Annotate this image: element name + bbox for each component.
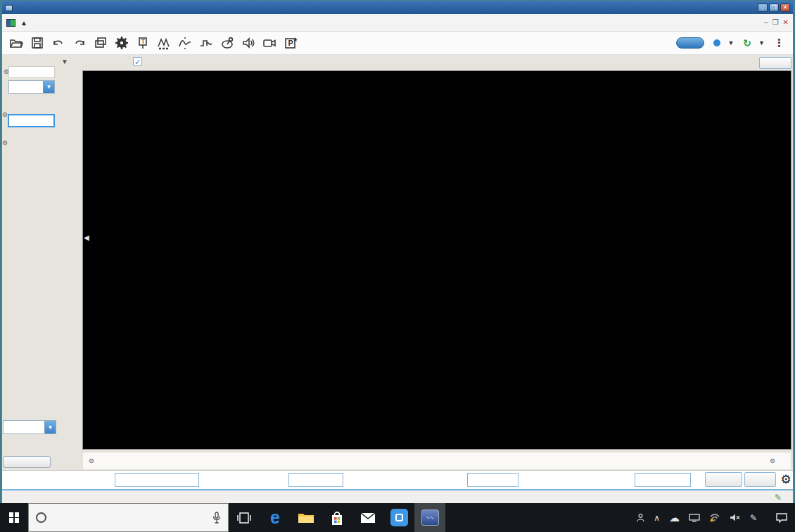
markers-button[interactable] [705,472,742,487]
mdi-close-icon[interactable]: ✕ [783,18,789,27]
redo-icon[interactable] [70,33,89,53]
pulse-wave-icon[interactable] [196,33,216,53]
dpx-peaks-icon[interactable] [154,33,174,53]
edge-icon[interactable]: e [260,503,291,532]
view-dropdown-arrow-icon[interactable]: ▼ [44,421,56,433]
pen-icon[interactable]: ✎ [750,514,757,522]
autoscale-button[interactable] [3,456,51,468]
status-pen-icon: ✎ [775,493,782,502]
trace-markers-icon[interactable] [175,33,195,53]
file-explorer-icon[interactable] [291,503,322,532]
mdi-minimize-icon[interactable]: – [764,18,768,27]
menu-connect[interactable] [117,20,132,25]
chevron-up-icon[interactable]: ∧ [654,514,660,522]
marker-tag-icon[interactable]: T [133,33,153,53]
store-icon[interactable] [322,503,352,532]
preset-p-icon[interactable]: P [281,33,300,53]
show-checkbox[interactable]: ✓ [133,57,142,66]
minimize-button[interactable]: – [758,4,768,12]
y-axis [57,71,81,449]
action-center-icon[interactable] [775,512,788,523]
restore-button[interactable]: ❐ [769,4,779,12]
menu-presets[interactable] [89,20,103,25]
wifi-warning-icon[interactable] [709,513,720,522]
ref-level-field[interactable] [8,66,55,78]
stop-control[interactable]: ↻ ▼ [743,39,765,47]
unit-dropdown-arrow-icon[interactable]: ▼ [43,81,54,93]
desktop: – ❐ ✕ ▲ – ❐ [0,0,795,532]
rbw-gear-icon[interactable]: ⚙ [2,139,8,146]
main-toolbar: T P ▼ ↻ ▼ ⋮ [2,32,793,55]
menu-tools[interactable] [103,20,117,25]
db-div-field[interactable] [8,114,55,127]
clear-button[interactable] [759,57,791,69]
ref-lev-field[interactable] [288,473,343,487]
search-input[interactable] [53,512,193,524]
cf-span-row: ⚙ ⚙ [82,452,791,470]
replay-dot-icon [713,39,720,46]
traces-button[interactable] [744,472,776,487]
microphone-icon[interactable] [212,512,221,524]
signalvu-window: – ❐ ✕ ▲ – ❐ [1,1,794,503]
menu-view[interactable] [47,20,61,25]
speaker-icon[interactable] [238,33,258,53]
mdi-child-icon [6,19,15,27]
open-icon[interactable] [6,33,26,53]
stop-chevron-down-icon[interactable]: ▼ [758,39,765,46]
undo-icon[interactable] [49,33,68,53]
menu-bar: ▲ – ❐ ✕ [2,14,793,32]
mdi-restore-icon[interactable]: ❐ [772,18,779,27]
windows-taskbar: e ∿∿ ∧ ☁ ✎ [0,503,795,532]
svg-text:T: T [141,38,145,45]
task-view-icon[interactable] [229,503,260,532]
blue-app-icon[interactable] [383,503,414,532]
span-gear-icon[interactable]: ⚙ [770,457,775,464]
user-icon[interactable] [637,514,644,522]
status-bar [2,489,793,504]
save-icon[interactable] [27,33,47,53]
preset-button[interactable] [676,37,704,49]
settings-gear-icon[interactable] [112,33,132,53]
menu-setup[interactable] [75,20,89,25]
mail-icon[interactable] [352,503,383,532]
system-tray: ∧ ☁ ✎ [637,512,795,523]
eject-icon[interactable]: ▲ [20,19,27,27]
menu-markers[interactable] [61,20,75,25]
displays-icon[interactable] [91,33,110,53]
device-icon[interactable] [689,514,700,522]
span-field[interactable] [467,473,519,487]
settings-gear-button[interactable]: ⚙ [778,472,794,487]
unit-dropdown[interactable]: ▼ [8,80,55,94]
close-button[interactable]: ✕ [780,4,790,12]
analyzer-icon[interactable] [217,33,237,53]
cf-gear-icon[interactable]: ⚙ [89,457,94,464]
cortana-circle-icon [36,512,46,523]
menu-window[interactable] [132,20,146,25]
res-bw-field[interactable] [635,473,691,487]
onedrive-cloud-icon[interactable]: ☁ [669,514,680,522]
kebab-menu-icon[interactable]: ⋮ [774,37,784,49]
bitmap-collapse-icon[interactable]: ▼ [61,58,68,65]
app-icon [5,5,13,11]
dpx-bitmap-canvas[interactable] [83,71,791,449]
svg-text:P: P [288,39,293,47]
view-dropdown[interactable]: ▼ [3,420,56,434]
replay-chevron-down-icon[interactable]: ▼ [727,39,734,46]
camera-icon[interactable] [260,33,279,53]
menu-help[interactable] [146,20,160,25]
frequency-field[interactable] [115,473,199,487]
settings-bar: ⚙ [2,470,793,489]
menu-file[interactable] [33,20,47,25]
title-bar: – ❐ ✕ [2,1,793,14]
db-div-gear-icon[interactable]: ⚙ [2,111,8,118]
taskbar-search[interactable] [28,503,229,532]
start-icon[interactable] [0,503,28,532]
spectrum-plot[interactable]: ◀ [82,70,791,450]
volume-muted-icon[interactable] [730,513,741,522]
run-arrow-icon: ↻ [743,39,751,47]
signalvu-app-icon[interactable]: ∿∿ [414,503,445,532]
replay-control[interactable]: ▼ [713,39,734,46]
